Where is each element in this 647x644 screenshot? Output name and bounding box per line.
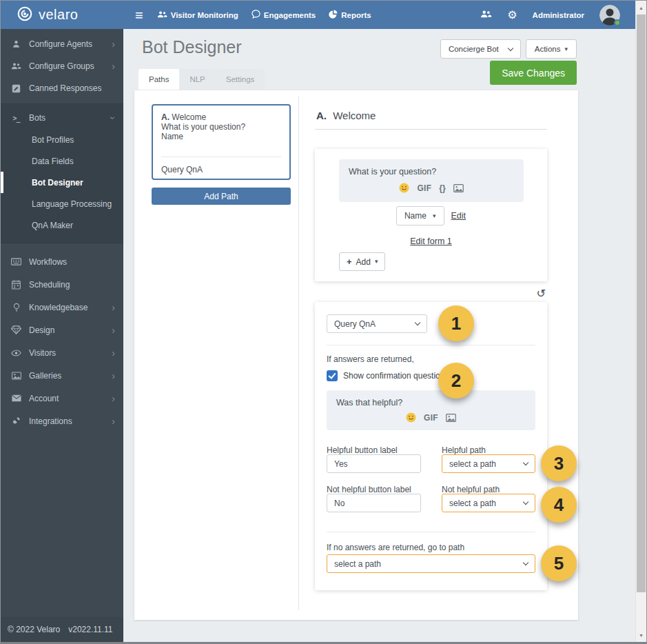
brand[interactable]: velaro — [1, 6, 123, 24]
sidebar-item-scheduling[interactable]: Scheduling — [1, 273, 123, 296]
vertical-divider — [298, 96, 299, 610]
message-card: What is your question? GIF {} — [315, 149, 547, 281]
nav-visitor-monitoring[interactable]: Visitor Monitoring — [157, 10, 238, 20]
user-icon — [10, 39, 22, 49]
keyboard-icon — [10, 258, 22, 265]
helpful-path-select[interactable]: select a path — [442, 454, 535, 473]
caret-down-icon: ▾ — [433, 213, 436, 219]
not-helpful-label: Not helpful button label — [327, 485, 411, 494]
sidebar-item-language-processing[interactable]: Language Processing — [1, 193, 123, 214]
helpful-button-input[interactable] — [327, 454, 421, 473]
checkbox-label[interactable]: Show confirmation question — [343, 371, 444, 381]
sidebar-item-qna-maker[interactable]: QnA Maker — [1, 214, 123, 236]
path-card-welcome[interactable]: A. Welcome What is your question? Name Q… — [152, 104, 291, 180]
avatar[interactable] — [599, 5, 620, 26]
tab-settings[interactable]: Settings — [216, 69, 265, 90]
chevron-down-icon — [508, 45, 513, 50]
header-controls: Concierge Bot Actions ▾ — [440, 39, 577, 59]
chevron-right-icon: › — [112, 325, 115, 335]
action-type-select[interactable]: Query QnA — [327, 314, 427, 333]
caret-down-icon: ▾ — [564, 46, 568, 52]
divider — [327, 532, 535, 532]
scroll-down-arrow[interactable]: ▼ — [636, 630, 646, 641]
sidebar-item-configure-agents[interactable]: Configure Agents › — [1, 33, 123, 55]
caret-down-icon: ▾ — [375, 259, 378, 265]
chevron-right-icon: › — [112, 348, 115, 358]
app-footer: © 2022 Velaro v2022.11.11 — [1, 617, 123, 642]
sidebar-item-knowledgebase[interactable]: Knowledgebase › — [1, 296, 123, 319]
calendar-icon — [10, 280, 22, 290]
sidebar-item-bot-profiles[interactable]: Bot Profiles — [1, 129, 123, 150]
chevron-right-icon: › — [112, 371, 115, 381]
sidebar-group-bots: >_ Bots › Bot Profiles Data Fields Bot D… — [1, 103, 123, 243]
sidebar-item-account[interactable]: Account › — [1, 387, 123, 410]
copyright-text: © 2022 Velaro — [8, 625, 60, 634]
message-text: What is your question? — [349, 167, 514, 177]
pie-chart-icon — [329, 10, 338, 20]
main-nav: Visitor Monitoring Engagements Reports — [157, 10, 371, 20]
sidebar-item-configure-groups[interactable]: Configure Groups › — [1, 55, 123, 77]
agents-icon[interactable] — [480, 9, 492, 21]
tab-nlp[interactable]: NLP — [179, 69, 215, 90]
nav-reports[interactable]: Reports — [329, 10, 371, 20]
envelope-icon — [10, 394, 22, 402]
image-icon[interactable] — [453, 184, 464, 192]
sidebar-item-data-fields[interactable]: Data Fields — [1, 150, 123, 172]
actions-button[interactable]: Actions ▾ — [526, 39, 577, 59]
scroll-up-arrow[interactable]: ▲ — [636, 2, 646, 13]
chevron-right-icon: › — [112, 61, 115, 71]
eye-icon — [10, 350, 22, 356]
sidebar-lower: Workflows Scheduling Knowledgebase › De — [1, 243, 123, 432]
save-changes-button[interactable]: Save Changes — [490, 61, 577, 85]
sidebar-item-canned-responses[interactable]: Canned Responses — [1, 77, 123, 99]
add-path-button[interactable]: Add Path — [152, 188, 291, 205]
chevron-down-icon — [415, 320, 420, 325]
step-badge-5: 5 — [541, 545, 577, 581]
divider — [327, 345, 535, 345]
confirmation-text: Was that helpful? — [336, 398, 526, 407]
sidebar-item-galleries[interactable]: Galleries › — [1, 364, 123, 387]
variables-button[interactable]: {} — [439, 183, 445, 193]
sidebar-item-visitors[interactable]: Visitors › — [1, 341, 123, 364]
sidebar-item-workflows[interactable]: Workflows — [1, 250, 123, 273]
sidebar-item-bots[interactable]: >_ Bots › — [1, 107, 123, 129]
chevron-right-icon: › — [112, 303, 115, 312]
field-dropdown[interactable]: Name ▾ — [396, 206, 444, 225]
edit-field-link[interactable]: Edit — [451, 211, 466, 221]
plug-icon — [10, 416, 22, 425]
no-answers-path-select[interactable]: select a path — [327, 554, 535, 573]
not-helpful-path-select[interactable]: select a path — [442, 494, 535, 512]
chat-bubble-icon — [251, 10, 260, 20]
gem-icon — [10, 325, 22, 334]
chevron-down-icon — [523, 460, 528, 465]
message-box[interactable]: What is your question? GIF {} — [339, 159, 524, 202]
gif-button[interactable]: GIF — [424, 413, 438, 423]
scrollbar-thumb[interactable] — [637, 14, 646, 592]
edit-form-link[interactable]: Edit form 1 — [410, 237, 451, 246]
bot-select-value: Concierge Bot — [449, 45, 499, 53]
show-confirmation-checkbox[interactable] — [327, 370, 338, 381]
tab-paths[interactable]: Paths — [138, 69, 179, 90]
velaro-logo-icon — [17, 6, 32, 24]
nav-engagements[interactable]: Engagements — [251, 10, 316, 20]
emoji-icon[interactable] — [399, 183, 409, 193]
gif-button[interactable]: GIF — [417, 183, 431, 193]
lightbulb-icon — [10, 303, 22, 312]
add-element-button[interactable]: + Add ▾ — [339, 252, 385, 271]
image-icon[interactable] — [446, 414, 456, 422]
paths-panel: A. Welcome What is your question? Name Q… — [134, 90, 578, 620]
menu-icon[interactable]: ≡ — [135, 8, 143, 22]
sidebar-item-bot-designer[interactable]: Bot Designer — [1, 172, 123, 193]
emoji-icon[interactable] — [406, 412, 416, 423]
vertical-scrollbar[interactable]: ▲ ▼ — [635, 1, 646, 642]
sidebar-item-integrations[interactable]: Integrations › — [1, 410, 123, 432]
confirmation-message-box[interactable]: Was that helpful? GIF — [327, 390, 535, 430]
bot-select[interactable]: Concierge Bot — [440, 39, 521, 59]
sidebar-item-design[interactable]: Design › — [1, 319, 123, 341]
undo-icon[interactable]: ↺ — [537, 287, 546, 300]
step-badge-1: 1 — [438, 305, 474, 341]
step-badge-3: 3 — [541, 445, 577, 481]
not-helpful-button-input[interactable] — [327, 494, 421, 512]
gear-icon[interactable]: ⚙ — [507, 10, 517, 21]
user-menu[interactable]: Administrator — [533, 11, 584, 19]
